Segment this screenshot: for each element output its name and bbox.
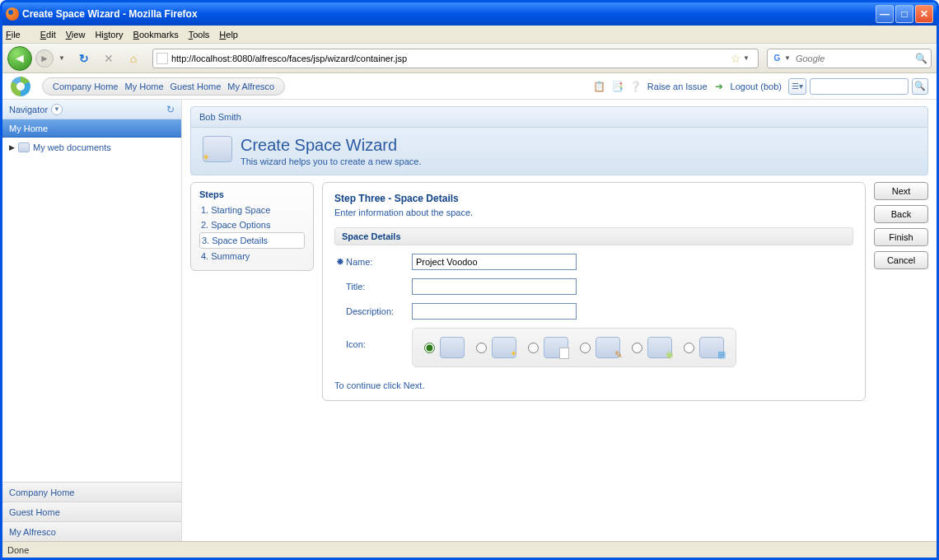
alfresco-topbar: Company Home My Home Guest Home My Alfre… [2,73,937,100]
space-icon-picture[interactable] [699,337,724,358]
wizard-steps-panel: Steps 1. Starting Space 2. Space Options… [190,182,314,271]
icon-radio-4[interactable] [580,343,591,353]
window-title: Create Space Wizard - Mozilla Firefox [22,8,198,20]
navigator-header: Navigator ▼ ↻ [2,100,181,119]
steps-heading: Steps [199,189,305,199]
firefox-icon [6,7,19,21]
window-maximize-button[interactable]: □ [895,5,913,23]
icon-radio-6[interactable] [684,343,694,353]
required-icon: ✸ [334,256,346,268]
bookmark-star-icon[interactable]: ☆ [731,52,741,65]
browser-statusbar: Done [2,541,937,558]
cancel-button[interactable]: Cancel [874,251,928,269]
back-button[interactable]: Back [874,205,928,223]
alfresco-search-input[interactable] [810,78,909,95]
breadcrumb[interactable]: Bob Smith [190,106,928,128]
sidebar-link-guest-home[interactable]: Guest Home [2,502,181,521]
menu-view[interactable]: View [66,30,86,40]
name-input[interactable] [412,254,577,270]
menu-history[interactable]: History [95,30,123,40]
alfresco-search: ☰▾ 🔍 [788,78,928,95]
address-bar[interactable]: ☆ ▼ [152,49,759,68]
alfresco-breadcrumb-nav: Company Home My Home Guest Home My Alfre… [42,77,285,96]
icon-radio-3[interactable] [528,343,539,353]
logout-icon: ➜ [712,80,726,93]
tree-expand-icon[interactable]: ▶ [9,143,15,152]
reload-button[interactable]: ↻ [75,49,93,68]
menu-edit[interactable]: Edit [40,30,56,40]
page-icon [156,53,168,64]
browser-menubar: File Edit View History Bookmarks Tools H… [2,26,937,44]
logout-link[interactable]: Logout (bob) [731,82,782,91]
icon-radio-5[interactable] [632,343,642,353]
section-heading: Space Details [334,227,853,245]
alfresco-search-button[interactable]: 🔍 [912,78,928,95]
step-3[interactable]: 3. Space Details [199,232,305,249]
title-label: Title: [346,282,412,292]
step-description: Enter information about the space. [334,208,853,217]
browser-nav-toolbar: ◄ ► ▼ ↻ ✕ ⌂ ☆ ▼ G ▼ 🔍 [2,44,937,73]
continue-hint: To continue click Next. [334,380,853,390]
navigator-dropdown-icon[interactable]: ▼ [51,104,63,115]
wizard-actions: Next Back Finish Cancel [874,182,928,269]
wizard-header-icon [203,136,232,162]
window-close-button[interactable]: ✕ [915,5,933,23]
step-4[interactable]: 4. Summary [199,249,305,264]
raise-issue-link[interactable]: Raise an Issue [647,82,708,91]
search-input[interactable] [796,54,915,63]
name-label: Name: [346,257,412,267]
tree-item-my-web-documents[interactable]: ▶ My web documents [9,142,175,152]
space-icon-star[interactable] [492,337,516,358]
search-scope-selector[interactable]: ☰▾ [788,78,806,95]
stop-button[interactable]: ✕ [100,49,118,68]
step-title: Step Three - Space Details [334,193,853,204]
clipboard-icon[interactable]: 📋 [593,80,606,93]
space-icon-plain[interactable] [440,337,465,358]
url-dropdown-icon[interactable]: ▼ [743,54,750,62]
space-icon-pen[interactable] [596,337,620,358]
wizard-header: Create Space Wizard This wizard helps yo… [190,128,928,175]
google-icon[interactable]: G [771,53,782,64]
help-icon[interactable]: ❔ [629,80,642,93]
status-text: Done [7,545,29,555]
alfresco-logo-icon [11,77,30,96]
step-1[interactable]: 1. Starting Space [199,203,305,217]
sidebar-link-company-home[interactable]: Company Home [2,482,181,502]
nav-guest-home[interactable]: Guest Home [171,82,222,91]
history-dropdown-icon[interactable]: ▼ [58,54,65,62]
icon-radio-1[interactable] [424,343,435,353]
browser-search-bar[interactable]: G ▼ 🔍 [767,49,932,68]
title-input[interactable] [412,278,577,295]
next-button[interactable]: Next [874,182,928,200]
back-button[interactable]: ◄ [7,46,32,71]
search-engine-dropdown-icon[interactable]: ▼ [784,54,791,62]
shelf-icon[interactable]: 📑 [611,80,624,93]
description-input[interactable] [412,303,577,320]
navigator-sidebar: Navigator ▼ ↻ My Home ▶ My web documents… [2,100,182,541]
description-label: Description: [346,306,412,316]
url-input[interactable] [171,54,727,63]
finish-button[interactable]: Finish [874,228,928,246]
menu-tools[interactable]: Tools [189,30,210,40]
step-2[interactable]: 2. Space Options [199,217,305,232]
space-icon-doc[interactable] [544,337,568,358]
icon-radio-2[interactable] [476,343,487,353]
menu-bookmarks[interactable]: Bookmarks [133,30,179,40]
nav-my-home[interactable]: My Home [124,82,163,91]
tree-item-label: My web documents [33,142,111,152]
navigator-refresh-icon[interactable]: ↻ [166,104,175,115]
window-minimize-button[interactable]: — [876,5,894,23]
forward-button[interactable]: ► [35,49,54,68]
navigator-label: Navigator [9,105,48,114]
wizard-subtitle: This wizard helps you to create a new sp… [241,156,422,166]
menu-file[interactable]: File [6,30,30,40]
sidebar-link-my-alfresco[interactable]: My Alfresco [2,521,181,541]
search-go-icon[interactable]: 🔍 [915,53,927,64]
space-icon-disc[interactable] [647,337,672,358]
nav-my-alfresco[interactable]: My Alfresco [227,82,274,91]
nav-company-home[interactable]: Company Home [53,82,118,91]
icon-picker [412,328,736,367]
home-button[interactable]: ⌂ [124,49,142,68]
menu-help[interactable]: Help [219,30,238,40]
navigator-selected-item[interactable]: My Home [2,119,181,138]
